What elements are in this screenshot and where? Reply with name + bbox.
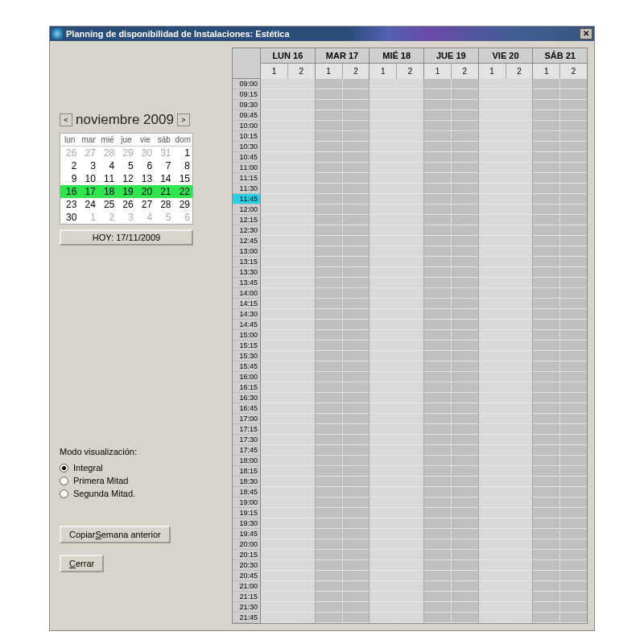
grid-cell[interactable] bbox=[506, 361, 533, 372]
grid-columns[interactable] bbox=[261, 79, 587, 623]
grid-cell[interactable] bbox=[452, 299, 478, 309]
grid-cell[interactable] bbox=[343, 351, 369, 361]
prev-month-button[interactable]: < bbox=[60, 114, 72, 126]
grid-cell[interactable] bbox=[369, 592, 396, 602]
grid-cell[interactable] bbox=[533, 299, 559, 309]
grid-cell[interactable] bbox=[560, 529, 587, 539]
grid-cell[interactable] bbox=[506, 613, 533, 623]
grid-cell[interactable] bbox=[424, 246, 451, 257]
grid-cell[interactable] bbox=[452, 592, 478, 602]
grid-cell[interactable] bbox=[533, 592, 559, 602]
calendar-day[interactable]: 1 bbox=[174, 147, 192, 160]
grid-cell[interactable] bbox=[316, 466, 342, 477]
grid-cell[interactable] bbox=[452, 550, 478, 560]
time-slot-label[interactable]: 11:00 bbox=[233, 163, 260, 173]
grid-cell[interactable] bbox=[261, 257, 287, 267]
grid-cell[interactable] bbox=[316, 445, 342, 456]
grid-cell[interactable] bbox=[506, 121, 533, 131]
calendar-day[interactable]: 16 bbox=[60, 185, 79, 198]
grid-cell[interactable] bbox=[343, 278, 369, 288]
grid-cell[interactable] bbox=[452, 529, 478, 539]
grid-cell[interactable] bbox=[452, 79, 478, 89]
calendar-week[interactable]: 23242526272829 bbox=[60, 198, 192, 211]
time-slot-label[interactable]: 10:15 bbox=[233, 131, 260, 142]
grid-cell[interactable] bbox=[424, 225, 451, 236]
grid-cell[interactable] bbox=[533, 497, 559, 508]
grid-cell[interactable] bbox=[288, 487, 315, 497]
grid-cell[interactable] bbox=[452, 309, 478, 320]
subcolumn[interactable] bbox=[533, 79, 560, 623]
time-slot-label[interactable]: 14:15 bbox=[233, 299, 260, 309]
grid-cell[interactable] bbox=[343, 184, 369, 194]
grid-cell[interactable] bbox=[316, 278, 342, 288]
grid-cell[interactable] bbox=[397, 529, 423, 539]
grid-cell[interactable] bbox=[424, 184, 451, 194]
grid-cell[interactable] bbox=[369, 477, 396, 487]
grid-cell[interactable] bbox=[316, 194, 342, 204]
calendar-day[interactable]: 7 bbox=[155, 159, 173, 172]
grid-cell[interactable] bbox=[424, 497, 451, 508]
grid-cell[interactable] bbox=[316, 550, 342, 560]
grid-cell[interactable] bbox=[397, 487, 423, 497]
time-slot-label[interactable]: 18:45 bbox=[233, 487, 260, 497]
grid-cell[interactable] bbox=[506, 110, 533, 121]
grid-cell[interactable] bbox=[369, 497, 396, 508]
grid-cell[interactable] bbox=[261, 539, 287, 550]
grid-cell[interactable] bbox=[533, 204, 559, 215]
grid-cell[interactable] bbox=[533, 560, 559, 571]
grid-cell[interactable] bbox=[343, 131, 369, 142]
grid-cell[interactable] bbox=[288, 571, 315, 581]
grid-cell[interactable] bbox=[424, 309, 451, 320]
grid-cell[interactable] bbox=[424, 204, 451, 215]
grid-cell[interactable] bbox=[424, 79, 451, 89]
grid-cell[interactable] bbox=[288, 204, 315, 215]
grid-cell[interactable] bbox=[316, 110, 342, 121]
grid-cell[interactable] bbox=[343, 435, 369, 445]
grid-cell[interactable] bbox=[506, 194, 533, 204]
grid-cell[interactable] bbox=[369, 100, 396, 110]
grid-cell[interactable] bbox=[397, 267, 423, 278]
grid-cell[interactable] bbox=[452, 372, 478, 382]
grid-cell[interactable] bbox=[452, 121, 478, 131]
grid-cell[interactable] bbox=[288, 403, 315, 414]
grid-cell[interactable] bbox=[424, 424, 451, 435]
grid-cell[interactable] bbox=[560, 424, 587, 435]
grid-cell[interactable] bbox=[533, 372, 559, 382]
grid-cell[interactable] bbox=[343, 571, 369, 581]
grid-cell[interactable] bbox=[560, 204, 587, 215]
grid-cell[interactable] bbox=[479, 288, 506, 299]
view-mode-option[interactable]: Primera Mitad bbox=[60, 476, 221, 485]
grid-cell[interactable] bbox=[288, 257, 315, 267]
grid-cell[interactable] bbox=[343, 602, 369, 613]
grid-cell[interactable] bbox=[452, 351, 478, 361]
grid-cell[interactable] bbox=[533, 152, 559, 163]
grid-cell[interactable] bbox=[261, 351, 287, 361]
grid-cell[interactable] bbox=[397, 110, 423, 121]
grid-cell[interactable] bbox=[533, 466, 559, 477]
grid-cell[interactable] bbox=[397, 382, 423, 393]
calendar-day[interactable]: 29 bbox=[117, 147, 135, 160]
grid-cell[interactable] bbox=[343, 497, 369, 508]
calendar-day[interactable]: 27 bbox=[136, 198, 155, 211]
grid-cell[interactable] bbox=[533, 602, 559, 613]
grid-cell[interactable] bbox=[369, 445, 396, 456]
grid-cell[interactable] bbox=[316, 613, 342, 623]
calendar-day[interactable]: 11 bbox=[98, 172, 117, 185]
grid-cell[interactable] bbox=[479, 456, 506, 466]
grid-cell[interactable] bbox=[397, 152, 423, 163]
next-month-button[interactable]: > bbox=[177, 114, 190, 126]
grid-cell[interactable] bbox=[343, 215, 369, 225]
grid-cell[interactable] bbox=[452, 477, 478, 487]
grid-cell[interactable] bbox=[369, 278, 396, 288]
grid-cell[interactable] bbox=[452, 487, 478, 497]
grid-cell[interactable] bbox=[533, 246, 559, 257]
grid-cell[interactable] bbox=[533, 288, 559, 299]
grid-cell[interactable] bbox=[533, 518, 559, 529]
grid-cell[interactable] bbox=[506, 131, 533, 142]
time-slot-label[interactable]: 10:30 bbox=[233, 142, 260, 152]
time-slot-label[interactable]: 18:00 bbox=[233, 456, 260, 466]
calendar-day[interactable]: 17 bbox=[79, 185, 97, 198]
grid-cell[interactable] bbox=[452, 267, 478, 278]
grid-cell[interactable] bbox=[479, 393, 506, 403]
grid-cell[interactable] bbox=[506, 393, 533, 403]
